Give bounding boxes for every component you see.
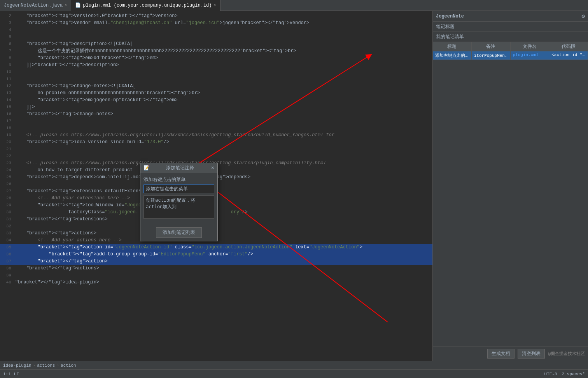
code-line: 11 (0, 76, 432, 83)
col-header-filename: 文件名 (511, 42, 550, 51)
modal-note-textarea[interactable] (144, 195, 214, 219)
tab-plugin-xml[interactable]: 📄 plugin.xml (com.your.company.unique.pl… (71, 0, 220, 11)
code-line: 3 "bracket"><"tag">vendor email="chenjia… (0, 19, 432, 26)
code-line: 17 (0, 118, 432, 125)
code-line: 37 "bracket"></"tag">action> (0, 258, 432, 265)
panel-header: JogeenNote ⚙ (433, 11, 588, 22)
code-line: 5 (0, 33, 432, 40)
code-line: 7 这是一个牛皮的记录插件ohhhhhhhhhhhhhhhhhhhhhhhhh2… (0, 47, 432, 55)
generate-doc-button[interactable]: 生成文档 (487, 349, 514, 359)
code-line: 39 (0, 272, 432, 279)
code-line: 15 ]]> (0, 104, 432, 111)
breadcrumb-sep-2: › (56, 363, 59, 368)
panel-table-subtitle: 我的笔记清单 (433, 32, 588, 42)
tab-close-icon[interactable]: × (65, 3, 67, 7)
code-line: 14 "bracket"><"tag">em>jogeen-np"bracket… (0, 97, 432, 104)
modal-close-button[interactable]: × (211, 165, 214, 171)
panel-content-area (433, 60, 588, 346)
status-position: 1:1 (3, 372, 11, 376)
breadcrumb-item-action[interactable]: action (61, 363, 76, 368)
panel-bottom: 生成文档 清空列表 @掘金掘金技术社区 (433, 346, 588, 361)
status-bar: 1:1 LF UTF-8 2 spaces* (0, 369, 588, 378)
breadcrumb: idea-plugin › actions › action (0, 361, 588, 369)
code-line: 8 "bracket"><"tag">em>dd"bracket"></"tag… (0, 55, 432, 62)
panel-note-title: 笔记标题 (433, 22, 588, 32)
code-line: 13 no problem ohhhhhhhhhhhhhhhhhhhhhhhhh… (0, 90, 432, 97)
code-line: 6 "bracket"><"tag">description><![CDATA[ (0, 40, 432, 47)
code-line: 9 ]]>"bracket"></"tag">description> (0, 62, 432, 69)
tab-jogeen-note-action[interactable]: JogeenNoteAction.java × (0, 0, 71, 11)
right-panel: JogeenNote ⚙ 笔记标题 我的笔记清单 标题 备注 文件名 代码段 添… (432, 11, 588, 361)
cell-note: itorPopupMenu中 (472, 51, 511, 60)
modal-title: 添加笔记注释 (166, 165, 194, 171)
code-line: 36 "bracket"><"tag">add-to-group group-i… (0, 251, 432, 258)
gear-icon[interactable]: ⚙ (582, 13, 585, 19)
code-line: 22 (0, 153, 432, 160)
tab-label: JogeenNoteAction.java (4, 3, 63, 8)
modal-field-label: 添加右键点击的菜单 (144, 176, 214, 183)
modal-body: 添加右键点击的菜单 (140, 173, 217, 226)
tab-bar: JogeenNoteAction.java × 📄 plugin.xml (co… (0, 0, 588, 11)
col-header-note: 备注 (472, 42, 511, 51)
cell-code: <action id="J... (549, 51, 588, 60)
code-line: 38 "bracket"></"tag">actions> (0, 265, 432, 272)
code-line: 16 "bracket"></"tag">change-notes> (0, 111, 432, 118)
code-editor-wrapper: 2 "bracket"><"tag">version>1.0"bracket">… (0, 11, 432, 361)
code-line: 12 "bracket"><"tag">change-notes><![CDAT… (0, 83, 432, 90)
code-line: 20 "bracket"><"tag">idea-version since-b… (0, 139, 432, 146)
code-line: 35 "bracket"><"tag">action id="JogeenNot… (0, 244, 432, 251)
breadcrumb-item-idea-plugin[interactable]: idea-plugin (3, 363, 32, 368)
status-indent: 2 spaces* (562, 372, 585, 376)
modal-dialog: 📝 添加笔记注释 × 添加右键点击的菜单 添加到笔记列表 (140, 163, 218, 241)
watermark-text: @掘金掘金技术社区 (548, 351, 585, 357)
status-line-ending: LF (14, 372, 19, 376)
modal-icon: 📝 (144, 165, 149, 171)
status-encoding: UTF-8 (544, 372, 557, 376)
panel-title: JogeenNote (436, 14, 464, 19)
cell-title: 添加右键点击的菜... (433, 51, 472, 60)
code-line: 18 (0, 125, 432, 132)
clear-list-button[interactable]: 清空列表 (518, 349, 545, 359)
code-line: 4 (0, 26, 432, 33)
table-header: 标题 备注 文件名 代码段 (433, 42, 588, 51)
col-header-code: 代码段 (549, 42, 588, 51)
plugin-xml-icon: 📄 (75, 2, 81, 8)
col-header-title: 标题 (433, 42, 472, 51)
status-right: UTF-8 2 spaces* (544, 372, 585, 376)
code-line: 40"bracket"></"tag">idea-plugin> (0, 279, 432, 286)
modal-title-bar: 📝 添加笔记注释 × (140, 163, 217, 173)
modal-submit-button[interactable]: 添加到笔记列表 (156, 227, 202, 238)
tab-label: plugin.xml (com.your.company.unique.plug… (83, 3, 212, 8)
code-line: 10 (0, 69, 432, 76)
table-row[interactable]: 添加右键点击的菜... itorPopupMenu中 plugin.xml <a… (433, 51, 588, 60)
code-line: 2 "bracket"><"tag">version>1.0"bracket">… (0, 12, 432, 19)
tab-close-icon[interactable]: × (214, 3, 216, 7)
code-line: 19 <!-- please see http://www.jetbrains.… (0, 132, 432, 139)
modal-title-input[interactable] (144, 185, 214, 193)
modal-footer: 添加到笔记列表 (140, 226, 217, 241)
main-area: 2 "bracket"><"tag">version>1.0"bracket">… (0, 11, 588, 361)
breadcrumb-item-actions[interactable]: actions (37, 363, 55, 368)
breadcrumb-sep-1: › (33, 363, 36, 368)
code-line: 21 (0, 146, 432, 153)
cell-filename: plugin.xml (511, 51, 550, 60)
